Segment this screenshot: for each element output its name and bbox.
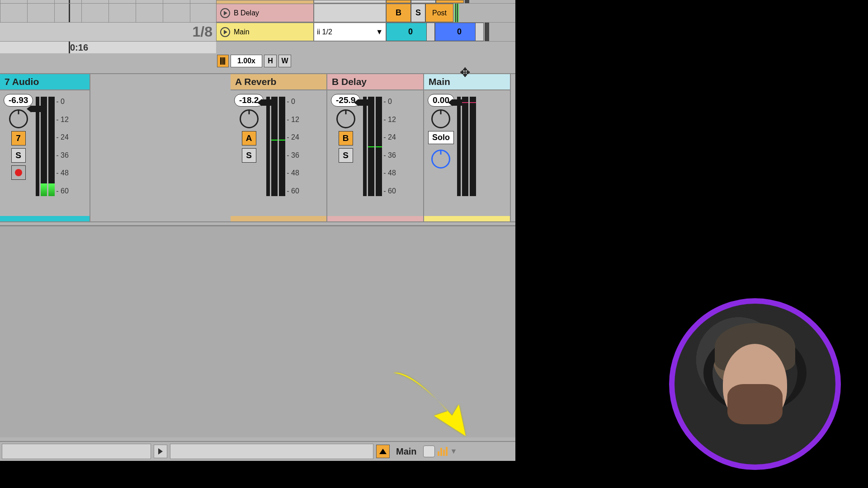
- send-value-label: 0: [457, 27, 462, 37]
- pan-knob[interactable]: [9, 109, 28, 128]
- track-number-button[interactable]: 7: [11, 131, 26, 145]
- waveform-icon[interactable]: [217, 55, 229, 67]
- track-play-button[interactable]: [220, 8, 230, 18]
- level-meter: [368, 97, 374, 196]
- db-scale: 01224364860: [56, 97, 69, 196]
- track-list: B Delay B S Post 1/8 Main ii 1/2 ▼ 0: [0, 0, 515, 69]
- meter-mini: [454, 4, 459, 22]
- beard-shape: [727, 384, 782, 424]
- channel-title-label: Main: [429, 76, 450, 87]
- half-speed-button[interactable]: H: [264, 55, 277, 67]
- solo-button[interactable]: S: [339, 148, 353, 163]
- pan-knob[interactable]: [431, 109, 450, 128]
- mixer-channel-audio7: 7 Audio -6.93 7 S 01224364860: [0, 74, 90, 221]
- db-scale: 01224364860: [383, 97, 396, 196]
- track-row-b-delay: B Delay B S Post: [0, 4, 515, 23]
- arrangement-cell[interactable]: [0, 4, 216, 22]
- send-value-b[interactable]: 0: [435, 23, 484, 41]
- send-a[interactable]: [386, 0, 411, 3]
- level-meter: [48, 97, 55, 196]
- clip-slot[interactable]: [314, 4, 386, 22]
- device-drop-area[interactable]: [2, 444, 151, 459]
- spectrum-icon[interactable]: [438, 447, 448, 456]
- preview-play-button[interactable]: [154, 445, 167, 458]
- volume-fader[interactable]: [36, 97, 39, 196]
- toolbar: 1.00x H W: [0, 53, 515, 69]
- track-name-cell[interactable]: B Delay: [216, 4, 314, 22]
- track-row-main: 1/8 Main ii 1/2 ▼ 0 0: [0, 23, 515, 42]
- fader-area: [457, 97, 476, 196]
- pan-knob[interactable]: [336, 109, 355, 128]
- solo-button[interactable]: [411, 0, 436, 3]
- locator-cell: 1/8: [0, 23, 216, 41]
- level-meter: [462, 97, 468, 196]
- fraction-label: 1/8: [193, 23, 212, 40]
- post-button[interactable]: [436, 0, 464, 3]
- expand-button[interactable]: [376, 445, 390, 458]
- bottom-bar: Main ▼: [0, 441, 515, 461]
- send-b-button[interactable]: B: [386, 4, 411, 22]
- solo-button[interactable]: Solo: [428, 131, 454, 144]
- chevron-down-icon: ▼: [376, 28, 383, 36]
- track-name-label: Main: [234, 28, 250, 36]
- arrangement-cell[interactable]: [0, 0, 216, 3]
- channel-title-label: B Delay: [332, 76, 367, 87]
- db-scale: 01224364860: [287, 97, 299, 196]
- solo-button[interactable]: S: [11, 148, 26, 163]
- meter-mini: [465, 0, 469, 3]
- volume-fader[interactable]: [457, 97, 461, 196]
- level-meter: [376, 97, 382, 196]
- main-label[interactable]: Main: [392, 446, 420, 457]
- channel-title[interactable]: B Delay: [327, 74, 423, 90]
- channel-footer: [327, 216, 423, 221]
- mixer-channel-main: Main 0.00 Solo: [424, 74, 511, 221]
- record-arm-button[interactable]: [11, 165, 26, 180]
- send-letter-button[interactable]: B: [339, 131, 353, 145]
- quantize-select[interactable]: ii 1/2 ▼: [314, 23, 386, 41]
- daw-window: B Delay B S Post 1/8 Main ii 1/2 ▼ 0: [0, 0, 515, 461]
- solo-button[interactable]: S: [242, 148, 256, 163]
- clip-slot[interactable]: [314, 0, 386, 3]
- track-row-partial: [0, 0, 515, 4]
- db-readout[interactable]: -6.93: [4, 94, 33, 107]
- channel-title[interactable]: A Reverb: [231, 74, 326, 90]
- channel-footer: [231, 216, 326, 221]
- track-name-label: B Delay: [234, 9, 259, 17]
- send-value-label: 0: [408, 27, 413, 37]
- channel-footer: [424, 216, 510, 221]
- io-button[interactable]: [423, 446, 435, 457]
- mixer-gap[interactable]: [90, 74, 231, 221]
- channel-title-label: 7 Audio: [5, 76, 39, 87]
- send-value-a[interactable]: 0: [386, 23, 435, 41]
- chevron-down-icon[interactable]: ▼: [450, 447, 458, 455]
- time-position-label: 0:16: [70, 42, 88, 53]
- track-play-button[interactable]: [220, 27, 230, 37]
- mixer-channel-delay: B Delay -25.9 B S 01224364860: [327, 74, 424, 221]
- level-meter: [41, 97, 47, 196]
- timeline-ruler[interactable]: 0:16: [0, 42, 515, 53]
- playback-speed[interactable]: 1.00x: [231, 55, 262, 67]
- fader-area: 01224364860: [266, 97, 299, 196]
- fader-area: 01224364860: [363, 97, 396, 196]
- channel-footer: [0, 216, 90, 221]
- webcam-overlay: [669, 298, 841, 470]
- level-meter: [279, 97, 285, 196]
- track-name-cell[interactable]: Main: [216, 23, 314, 41]
- volume-fader[interactable]: [266, 97, 270, 196]
- detail-view[interactable]: [0, 225, 515, 437]
- cue-knob[interactable]: [431, 150, 450, 169]
- select-value: ii 1/2: [317, 28, 332, 36]
- channel-title[interactable]: 7 Audio: [0, 74, 90, 90]
- solo-button[interactable]: S: [411, 4, 425, 22]
- mixer-channel-reverb: A Reverb -18.2 A S 01224364860: [231, 74, 327, 221]
- level-meter: [271, 97, 278, 196]
- channel-title-label: A Reverb: [235, 76, 276, 87]
- fader-area: 01224364860: [36, 97, 69, 196]
- mixer-section: ✥ 7 Audio -6.93 7 S 01224364860: [0, 73, 515, 222]
- double-speed-button[interactable]: W: [278, 55, 291, 67]
- volume-fader[interactable]: [363, 97, 367, 196]
- post-button[interactable]: Post: [425, 4, 453, 22]
- send-letter-button[interactable]: A: [242, 131, 256, 145]
- level-meter: [470, 97, 476, 196]
- pan-knob[interactable]: [240, 109, 259, 128]
